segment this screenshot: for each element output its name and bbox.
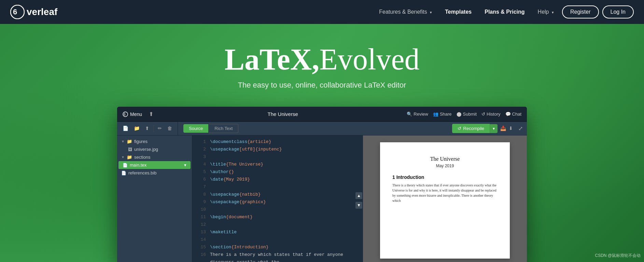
svg-text:6: 6	[13, 8, 17, 16]
recompile-area: ↺ Recompile ▾ 📥 ⬇ ⤢	[452, 124, 527, 133]
expand-icon[interactable]: ⤢	[518, 125, 523, 132]
pdf-date: May 2019	[392, 163, 498, 168]
source-rich-tabs: Source Rich Text	[183, 124, 238, 133]
history-button[interactable]: ↺ History	[481, 112, 500, 117]
pdf-section: 1 Introduction	[392, 174, 498, 180]
overleaf-icon: 6	[123, 112, 128, 117]
editor-topbar: 6 Menu ⬆ The Universe 🔍 Review 👥 Share ⬤…	[117, 107, 527, 122]
tab-rich-text[interactable]: Rich Text	[209, 124, 238, 133]
logo[interactable]: 6 verleaf	[10, 5, 57, 19]
code-line: 10	[192, 206, 363, 213]
code-line: 14	[192, 236, 363, 244]
file-references-bib[interactable]: 📄 references.bib	[117, 169, 192, 177]
tab-source[interactable]: Source	[183, 124, 208, 133]
code-line: 15\section{Introduction}	[192, 244, 363, 251]
scroll-down-button[interactable]: ▼	[355, 202, 362, 209]
folder-sections[interactable]: ▼ 📁 sections	[117, 153, 192, 161]
edit-icon[interactable]: ✏	[156, 124, 163, 133]
hero-title: LaTeX,Evolved	[224, 44, 419, 75]
share-button[interactable]: 👥 Share	[433, 112, 452, 117]
code-line: 3	[192, 153, 363, 161]
code-line: 9\usepackage{graphicx}	[192, 198, 363, 206]
chevron-icon: ▼	[121, 155, 125, 159]
document-title: The Universe	[159, 111, 407, 117]
file-toolbar: 📄 📁 ⬆ ✏ 🗑	[117, 122, 178, 135]
new-folder-icon[interactable]: 📁	[132, 124, 141, 133]
code-line: 16There is a theory which states that if…	[192, 251, 363, 262]
review-button[interactable]: 🔍 Review	[407, 112, 428, 117]
hero-section: LaTeX,Evolved The easy to use, online, c…	[0, 24, 644, 262]
code-editor[interactable]: 1\documentclass{article} 2\usepackage[ut…	[192, 135, 363, 262]
editor-mockup: 6 Menu ⬆ The Universe 🔍 Review 👥 Share ⬤…	[117, 107, 527, 262]
file-sidebar: ▼ 📁 figures 🖼 universe.jpg ▼ 📁 sec	[117, 135, 192, 262]
hero-subtitle: The easy to use, online, collaborative L…	[238, 81, 406, 90]
new-file-icon[interactable]: 📄	[121, 124, 130, 133]
share-icon: 👥	[433, 112, 438, 117]
submit-icon: ⬤	[457, 112, 462, 117]
chevron-down-icon: ▾	[430, 10, 432, 14]
pdf-preview: The Universe May 2019 1 Introduction The…	[363, 135, 527, 262]
folder-icon: 📁	[127, 155, 132, 160]
chevron-down-icon: ▾	[184, 162, 186, 168]
editor-secondbar: 📄 📁 ⬆ ✏ 🗑 Source Rich Text ↺ Recompile ▾	[117, 122, 527, 135]
logo-text: verleaf	[27, 6, 57, 17]
code-line: 1\documentclass{article}	[192, 138, 363, 146]
watermark: CSDN @鼠标滑轮不会动	[595, 253, 641, 259]
chevron-icon: ▼	[121, 140, 125, 143]
file-universe-jpg[interactable]: 🖼 universe.jpg	[117, 145, 192, 153]
code-line: 4\title{The Universe}	[192, 161, 363, 168]
menu-button[interactable]: 6 Menu	[123, 112, 142, 117]
login-button[interactable]: Log In	[602, 5, 634, 18]
nav-links: Features & Benefits ▾ Templates Plans & …	[374, 5, 634, 18]
pdf-title: The Universe	[392, 156, 498, 162]
logo-icon: 6	[10, 5, 25, 19]
code-line: 6\date{May 2019}	[192, 176, 363, 183]
pdf-icons: 📥 ⬇	[500, 126, 513, 131]
svg-text:6: 6	[124, 113, 126, 116]
svg-point-0	[11, 5, 24, 19]
code-line: 2\usepackage[utf8]{inputenc}	[192, 146, 363, 153]
pdf-download-icon[interactable]: 📥	[500, 126, 506, 131]
review-icon: 🔍	[407, 112, 412, 117]
hero-title-evolved: Evolved	[319, 43, 419, 76]
code-line: 8\usepackage{natbib}	[192, 191, 363, 198]
image-icon: 🖼	[128, 147, 132, 152]
editor-actions: 🔍 Review 👥 Share ⬤ Submit ↺ History 💬	[407, 112, 521, 117]
register-button[interactable]: Register	[562, 5, 599, 18]
chat-button[interactable]: 💬 Chat	[505, 112, 521, 117]
code-line: 13\maketitle	[192, 228, 363, 236]
file-main-tex[interactable]: 📄 main.tex ▾	[118, 161, 191, 169]
chat-icon: 💬	[505, 112, 511, 117]
nav-pricing[interactable]: Plans & Pricing	[480, 6, 529, 18]
delete-icon[interactable]: 🗑	[166, 125, 173, 133]
recompile-icon: ↺	[458, 126, 461, 131]
folder-figures[interactable]: ▼ 📁 figures	[117, 137, 192, 145]
tex-file-icon: 📄	[123, 163, 128, 168]
recompile-button[interactable]: ↺ Recompile	[452, 124, 490, 133]
scroll-arrows: ▲ ▼	[355, 192, 362, 209]
history-icon: ↺	[481, 112, 485, 117]
pdf-body: There is a theory which states that if e…	[392, 183, 498, 203]
code-line: 7	[192, 183, 363, 191]
file-tree: ▼ 📁 figures 🖼 universe.jpg ▼ 📁 sec	[117, 135, 192, 179]
upload-file-icon[interactable]: ⬆	[144, 124, 151, 133]
upload-icon[interactable]: ⬆	[149, 111, 153, 117]
pdf-options-icon[interactable]: ⬇	[509, 126, 513, 131]
scroll-up-button[interactable]: ▲	[355, 192, 362, 199]
nav-help[interactable]: Help ▾	[533, 6, 559, 18]
pdf-page: The Universe May 2019 1 Introduction The…	[380, 142, 510, 259]
code-lines: 1\documentclass{article} 2\usepackage[ut…	[192, 135, 363, 262]
code-line: 12	[192, 221, 363, 228]
code-line: 11\begin{document}	[192, 213, 363, 221]
editor-body: ▼ 📁 figures 🖼 universe.jpg ▼ 📁 sec	[117, 135, 527, 262]
chevron-down-icon: ▾	[552, 10, 554, 14]
navbar: 6 verleaf Features & Benefits ▾ Template…	[0, 0, 644, 24]
nav-templates[interactable]: Templates	[440, 6, 476, 18]
hero-title-latex: LaTeX,	[224, 43, 319, 76]
bib-file-icon: 📄	[121, 171, 126, 175]
submit-button[interactable]: ⬤ Submit	[457, 112, 477, 117]
folder-icon: 📁	[127, 139, 132, 144]
code-line: 5\author{}	[192, 168, 363, 176]
nav-features[interactable]: Features & Benefits ▾	[374, 6, 437, 18]
recompile-dropdown-button[interactable]: ▾	[490, 124, 498, 133]
